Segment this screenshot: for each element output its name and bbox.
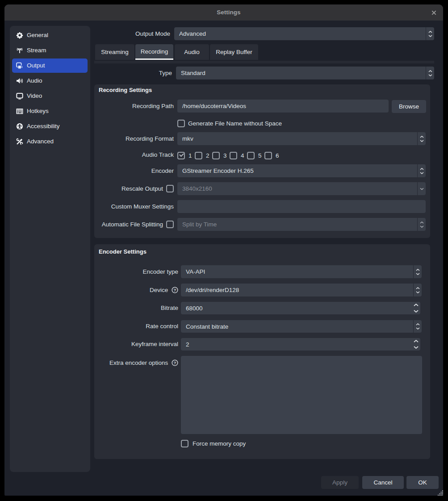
svg-text:?: ?	[173, 288, 176, 292]
svg-text:?: ?	[173, 360, 176, 365]
